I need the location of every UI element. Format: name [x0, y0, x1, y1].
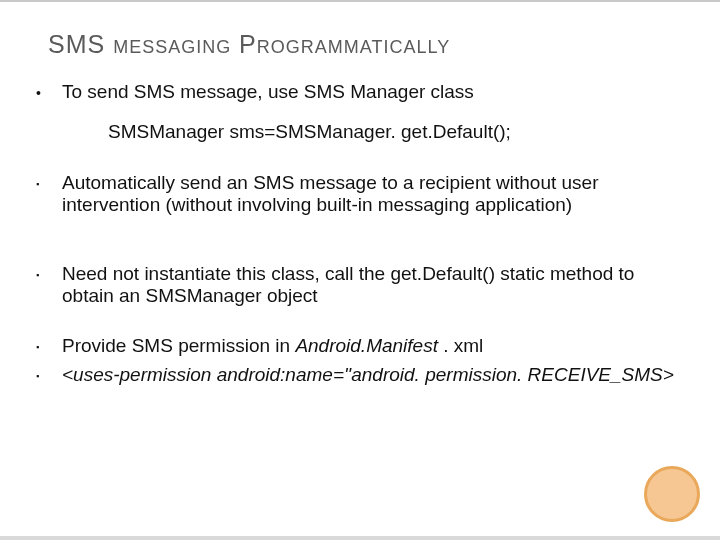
- footer-divider: [0, 536, 720, 540]
- slide-title: SMS messaging Programmatically: [0, 2, 720, 59]
- text-pre: Provide SMS permission in: [62, 335, 295, 356]
- text-italic: Android.Manifest: [295, 335, 438, 356]
- title-p4: rogrammatically: [257, 30, 450, 58]
- title-p1: SMS: [48, 30, 105, 58]
- list-item: • To send SMS message, use SMS Manager c…: [36, 81, 684, 103]
- bullet-dot-icon: •: [36, 81, 62, 102]
- decorative-circle-icon: [644, 466, 700, 522]
- title-p3: P: [239, 30, 257, 58]
- slide: SMS messaging Programmatically • To send…: [0, 0, 720, 540]
- item-text: To send SMS message, use SMS Manager cla…: [62, 81, 684, 103]
- list-item: ▪ Need not instantiate this class, call …: [36, 263, 684, 308]
- bullet-square-icon: ▪: [36, 364, 62, 382]
- item-text: <uses-permission android:name=''android.…: [62, 364, 684, 386]
- bullet-square-icon: ▪: [36, 263, 62, 281]
- text-post: . xml: [438, 335, 483, 356]
- content-area: • To send SMS message, use SMS Manager c…: [0, 59, 720, 386]
- list-item: ▪ Automatically send an SMS message to a…: [36, 172, 684, 217]
- bullet-square-icon: ▪: [36, 335, 62, 353]
- spacer: [36, 313, 684, 335]
- code-line: SMSManager sms=SMSManager. get.Default()…: [36, 121, 684, 143]
- list-item: ▪ <uses-permission android:name=''androi…: [36, 364, 684, 386]
- bullet-square-icon: ▪: [36, 172, 62, 190]
- item-text: Automatically send an SMS message to a r…: [62, 172, 684, 217]
- item-text: Provide SMS permission in Android.Manife…: [62, 335, 684, 357]
- list-item: ▪ Provide SMS permission in Android.Mani…: [36, 335, 684, 357]
- spacer: [36, 223, 684, 263]
- item-text: Need not instantiate this class, call th…: [62, 263, 684, 308]
- title-p2: messaging: [105, 30, 239, 58]
